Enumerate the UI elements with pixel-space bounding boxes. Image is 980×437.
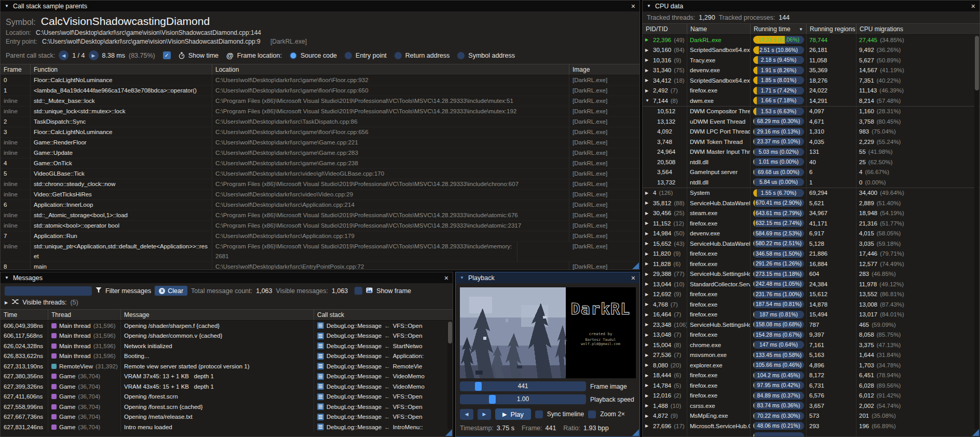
expand-icon[interactable]: ▶: [645, 221, 650, 226]
show-frame-checkbox[interactable]: [355, 287, 362, 295]
prev-stack-button[interactable]: ◀: [59, 50, 69, 60]
cpu-row[interactable]: ▶16,464(7)firefox.exe187 ms (0.81%)15,49…: [643, 310, 979, 320]
callstack-cell[interactable]: DebugLog::Message←VFS::Open: [314, 392, 453, 402]
cpu-row[interactable]: ▶13,044(10)StandardCollector.Servic242.4…: [643, 279, 979, 289]
callstack-row[interactable]: inlineGame::RenderFloorC:\Users\wolf\Des…: [1, 138, 639, 148]
sync-timeline-checkbox[interactable]: [535, 410, 543, 418]
callstack-list-icon[interactable]: [317, 363, 324, 369]
cpu-row[interactable]: ▶11,820(9)firefox.exe346.58 ms (1.50%)21…: [643, 249, 979, 259]
callstack-list-icon[interactable]: [317, 353, 324, 360]
col-frame[interactable]: Frame: [1, 64, 31, 75]
col-running-regions[interactable]: Running regions: [807, 24, 856, 34]
radio-entry-point[interactable]: [345, 52, 352, 59]
expand-icon[interactable]: ▶: [645, 414, 650, 418]
message-row[interactable]: 627,667,736nsGame(36,704)Opening /meta/r…: [1, 412, 453, 422]
cpu-row[interactable]: 10,512DWM Compositor Thread1.53 s (6.63%…: [643, 106, 979, 117]
cpu-row[interactable]: 20,508ntdll.dll1.01 ms (0.00%)4025(62.50…: [643, 157, 979, 167]
expand-icon[interactable]: ▶: [645, 322, 650, 327]
expand-icon[interactable]: ▶: [645, 48, 650, 52]
callstack-cell[interactable]: DebugLog::Message←VideoMemo: [314, 372, 453, 382]
message-row[interactable]: 627,313,190nsRemoteView(31,392)Remote vi…: [1, 361, 453, 372]
show-time-checkbox[interactable]: ✓: [163, 51, 171, 59]
resize-grip[interactable]: [445, 429, 452, 436]
collapse-icon[interactable]: ▼: [5, 275, 9, 280]
callstack-list-icon[interactable]: [317, 383, 324, 390]
expand-icon[interactable]: ▶: [645, 393, 650, 398]
close-icon[interactable]: ×: [631, 3, 635, 10]
expand-icon[interactable]: ▶: [645, 58, 650, 62]
cpu-row[interactable]: ▶23,348(106)ServiceHub.SettingsHost158.0…: [643, 320, 979, 330]
callstack-row[interactable]: 2TaskDispatch::SyncC:\Users\wolf\Desktop…: [1, 117, 639, 127]
cpu-row[interactable]: ▶8,080(20)explorer.exe105.66 ms (0.46%)4…: [643, 360, 979, 370]
cpu-row[interactable]: ▶1,488(10)csrss.exe83.74 ms (0.36%)3,657…: [643, 401, 979, 411]
visible-threads-row[interactable]: ▶ Visible threads: (5): [1, 298, 453, 309]
expand-icon[interactable]: ▶: [645, 363, 650, 367]
expand-icon[interactable]: ▶: [645, 292, 650, 297]
expand-icon[interactable]: ▶: [645, 231, 650, 236]
cpu-row[interactable]: ▶15,652(43)ServiceHub.DataWarehou580.22 …: [643, 239, 979, 249]
col-function[interactable]: Function: [31, 64, 212, 75]
expand-icon[interactable]: ▶: [645, 241, 650, 246]
cpu-row[interactable]: 24,964DWM Master Input Threa5.03 ms (0.0…: [643, 147, 979, 157]
cpu-row[interactable]: ▶2,492(7)firefox.exe1.71 s (7.42%)24,022…: [643, 86, 979, 96]
callstack-row[interactable]: inlinestd::chrono::steady_clock::nowC:\P…: [1, 179, 639, 190]
cpu-row[interactable]: ▶4(126)System1.55 s (6.70%)69,29434,400(…: [643, 188, 979, 198]
expand-icon[interactable]: ▶: [645, 78, 650, 83]
prev-frame-button[interactable]: ◀: [460, 409, 473, 420]
zoom-2x-checkbox[interactable]: [588, 410, 596, 418]
expand-icon[interactable]: ▶: [645, 333, 650, 337]
expand-icon[interactable]: ▶: [5, 300, 8, 305]
callstack-cell[interactable]: DebugLog::Message←RemoteVie: [314, 361, 453, 372]
callstack-row[interactable]: 4Game::OnTickC:\Users\wolf\Desktop\darkr…: [1, 158, 639, 169]
col-message[interactable]: Message: [121, 310, 314, 320]
playback-speed-slider[interactable]: 1.00: [460, 394, 586, 404]
col-running-time[interactable]: Running time▼: [751, 24, 807, 34]
callstack-list-icon[interactable]: [317, 393, 324, 400]
clear-button[interactable]: x Clear: [155, 286, 187, 296]
cpu-row[interactable]: ▶35,812(88)ServiceHub.DataWarehou670.41 …: [643, 198, 979, 208]
expand-icon[interactable]: ▼: [645, 98, 650, 103]
cpu-row[interactable]: ▶14,784(5)firefox.exe97.95 ms (0.42%)6,7…: [643, 380, 979, 391]
cpu-row[interactable]: 13,732ntdll.dll5.84 us (0.00%)10(0.00%): [643, 177, 979, 188]
expand-icon[interactable]: ▶: [645, 191, 650, 195]
expand-icon[interactable]: ▶: [645, 272, 650, 276]
expand-icon[interactable]: ▶: [645, 423, 650, 428]
collapse-icon[interactable]: ▼: [460, 275, 464, 280]
cpu-row[interactable]: ▶22,396(49)DarkRL.exe14.33 s (62.06%)78,…: [643, 35, 979, 45]
callstack-row[interactable]: inlinestd::_Atomic_storage<bool,1>::load…: [1, 210, 639, 221]
cpu-row[interactable]: ▶18,444(6)firefox.exe104.2 ms (0.45%)8,1…: [643, 370, 979, 381]
message-row[interactable]: 606,117,568nsMain thread(31,596)Opening …: [1, 331, 453, 341]
callstack-list-icon[interactable]: [317, 403, 324, 410]
callstack-cell[interactable]: DebugLog::Message←VFS::Open: [314, 402, 453, 412]
cpu-row[interactable]: 13,132uDWM Event Thread68.29 ms (0.30%)4…: [643, 116, 979, 127]
next-stack-button[interactable]: ▶: [89, 50, 99, 60]
cpu-row[interactable]: ▶12,016(2)firefox.exe84.89 ms (0.37%)6,5…: [643, 391, 979, 401]
cpu-row[interactable]: ▶31,340(75)devenv.exe1.91 s (8.26%)35,36…: [643, 65, 979, 76]
callstack-cell[interactable]: DebugLog::Message←VFS::Open: [314, 331, 453, 341]
cpu-row[interactable]: ▶10,316(9)Tracy.exe2.18 s (9.45%)11,0585…: [643, 55, 979, 65]
cpu-row[interactable]: ▶4,872(9)MsMpEng.exe70.22 ms (0.30%)5732…: [643, 411, 979, 421]
col-pid-tid[interactable]: PID/TID: [643, 24, 687, 34]
cpu-row[interactable]: ▶4,768(7)firefox.exe187.54 ms (0.81%)14,…: [643, 299, 979, 310]
expand-icon[interactable]: ▶: [645, 403, 650, 408]
radio-source-code[interactable]: [290, 52, 297, 59]
expand-icon[interactable]: ▶: [645, 353, 650, 357]
callstack-row[interactable]: inlinestd::unique_ptr<Application,std::d…: [1, 242, 639, 262]
col-location[interactable]: Location: [212, 64, 569, 75]
cpu-row[interactable]: 4,092DWM LPC Port Thread29.16 ms (0.13%)…: [643, 127, 979, 137]
cpu-row[interactable]: ▶12,692(9)firefox.exe231.76 ms (1.00%)15…: [643, 289, 979, 300]
callstack-cell[interactable]: DebugLog::Message←VFS::Open: [314, 412, 453, 422]
callstack-list-icon[interactable]: [317, 423, 324, 430]
resize-grip[interactable]: [972, 429, 979, 436]
col-time[interactable]: Time: [1, 310, 48, 320]
playback-titlebar[interactable]: ▼ Playback ×: [456, 272, 639, 283]
callstack-row[interactable]: 7Application::RunC:\Users\wolf\Desktop\d…: [1, 231, 639, 242]
callstack-cell[interactable]: DebugLog::Message←VFS::Open: [314, 321, 453, 331]
cpu-row[interactable]: ▶30,456(25)steam.exe643.61 ms (2.79%)34,…: [643, 208, 979, 219]
entry-point-value[interactable]: C:\Users\wolf\Desktop\darkrl\src\game\vi…: [42, 38, 261, 45]
callstack-list-icon[interactable]: [317, 333, 324, 339]
expand-icon[interactable]: ▶: [645, 302, 650, 307]
expand-icon[interactable]: ▶: [645, 373, 650, 378]
next-frame-button[interactable]: ▶: [478, 409, 491, 420]
callstack-cell[interactable]: DebugLog::Message←Application:: [314, 351, 453, 362]
